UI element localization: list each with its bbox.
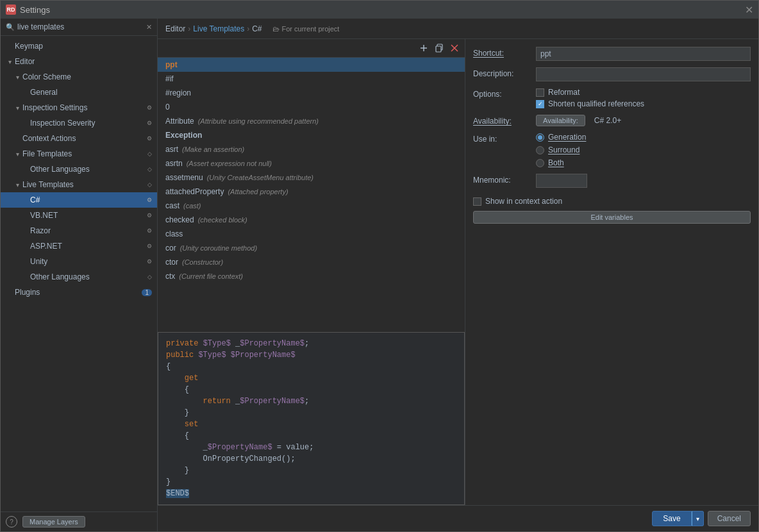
settings-icon: ⚙ [147, 243, 152, 249]
list-toolbar [158, 39, 465, 58]
sidebar-item-aspnet[interactable]: ASP.NET ⚙ [1, 238, 157, 254]
search-input[interactable] [17, 22, 144, 31]
shortcut-input[interactable] [536, 47, 751, 61]
breadcrumb-project[interactable]: 🗁 For current project [272, 25, 340, 33]
add-template-button[interactable] [416, 40, 431, 56]
availability-button[interactable]: Availability: [536, 115, 585, 126]
radio-generation-label: Generation [548, 133, 586, 142]
template-desc: (Make an assertion) [182, 145, 244, 153]
sidebar-item-file-templates[interactable]: ▾ File Templates ◇ [1, 146, 157, 162]
sidebar-item-other-languages-lt[interactable]: Other Languages ◇ [1, 269, 157, 285]
shortcut-row: Shortcut: [473, 47, 751, 61]
sidebar-item-csharp[interactable]: C# ⚙ [1, 192, 157, 208]
window-title: Settings [20, 5, 50, 15]
template-item-asrt[interactable]: asrt (Make an assertion) [158, 142, 465, 156]
template-item-ctor[interactable]: ctor (Constructor) [158, 255, 465, 269]
nav-tree: Keymap ▾ Editor ▾ Color Scheme General [1, 36, 157, 511]
template-name: asrt [165, 145, 178, 154]
arrow-icon [6, 42, 13, 50]
copy-template-button[interactable] [431, 40, 447, 56]
template-item-checked[interactable]: checked (checked block) [158, 213, 465, 227]
search-clear-icon[interactable]: ✕ [146, 23, 152, 31]
show-context-checkbox[interactable] [473, 197, 481, 206]
sidebar-item-keymap[interactable]: Keymap [1, 38, 157, 54]
template-desc: (Attribute using recommended pattern) [198, 117, 319, 125]
sidebar-label: General [30, 88, 58, 97]
template-item-attachedproperty[interactable]: attachedProperty (Attached property) [158, 185, 465, 199]
remove-template-button[interactable] [447, 40, 462, 56]
template-name: cor [165, 244, 176, 253]
settings-icon: ⚙ [147, 197, 152, 203]
manage-layers-button[interactable]: Manage Layers [22, 516, 85, 528]
arrow-icon: ▾ [6, 58, 13, 65]
sidebar-label: C# [30, 195, 40, 204]
radio-both[interactable] [536, 159, 544, 167]
template-desc: (checked block) [198, 216, 247, 224]
template-name: #region [165, 88, 191, 97]
sidebar-item-unity[interactable]: Unity ⚙ [1, 254, 157, 269]
project-icon: 🗁 [272, 25, 279, 33]
cancel-button[interactable]: Cancel [708, 511, 751, 526]
edit-variables-button[interactable]: Edit variables [473, 211, 751, 224]
template-item-asrtn[interactable]: asrtn (Assert expression not null) [158, 156, 465, 170]
sidebar: 🔍 ✕ Keymap ▾ Editor ▾ Co [1, 19, 158, 531]
template-name: #if [165, 74, 174, 83]
shorten-refs-row[interactable]: ✓ Shorten qualified references [536, 99, 644, 108]
radio-both-row[interactable]: Both [536, 158, 586, 167]
template-name: 0 [165, 103, 170, 112]
radio-generation[interactable] [536, 133, 544, 142]
template-item-ppt[interactable]: ppt [158, 58, 465, 72]
breadcrumb: Editor › Live Templates › C# 🗁 For curre… [158, 19, 758, 39]
sidebar-item-vbnet[interactable]: VB.NET ⚙ [1, 208, 157, 223]
arrow-icon [21, 242, 29, 250]
close-button[interactable]: ✕ [745, 4, 753, 16]
template-item-attribute[interactable]: Attribute (Attribute using recommended p… [158, 114, 465, 128]
settings-icon: ⚙ [147, 120, 152, 126]
template-item-assetmenu[interactable]: assetmenu (Unity CreateAssetMenu attribu… [158, 170, 465, 185]
template-item-region[interactable]: #region [158, 86, 465, 100]
title-bar-left: RD Settings [6, 4, 50, 15]
reformat-label: Reformat [548, 88, 580, 97]
template-item-ctx[interactable]: ctx (Current file context) [158, 269, 465, 283]
availability-value: C# 2.0+ [594, 116, 621, 125]
sidebar-label: ASP.NET [30, 242, 62, 251]
reformat-checkbox[interactable] [536, 88, 544, 97]
sidebar-item-general[interactable]: General [1, 85, 157, 100]
properties-panel: Shortcut: Description: Options: [465, 39, 758, 505]
template-name: attachedProperty [165, 187, 224, 196]
main-content: 🔍 ✕ Keymap ▾ Editor ▾ Co [1, 19, 758, 531]
radio-generation-row[interactable]: Generation [536, 133, 586, 142]
template-item-if[interactable]: #if [158, 72, 465, 86]
shorten-refs-checkbox[interactable]: ✓ [536, 100, 544, 108]
template-desc: (Unity coroutine method) [180, 244, 257, 252]
sidebar-item-context-actions[interactable]: Context Actions ⚙ [1, 131, 157, 146]
save-button[interactable]: Save [652, 511, 691, 526]
save-button-group: Save ▾ [652, 511, 703, 526]
template-item-0[interactable]: 0 [158, 100, 465, 114]
template-item-exception[interactable]: Exception [158, 128, 465, 142]
app-icon: RD [6, 4, 16, 15]
radio-surround-row[interactable]: Surround [536, 145, 586, 154]
use-in-label: Use in: [473, 133, 531, 144]
sidebar-item-editor[interactable]: ▾ Editor [1, 54, 157, 69]
save-dropdown-button[interactable]: ▾ [692, 511, 704, 526]
sidebar-item-inspection-severity[interactable]: Inspection Severity ⚙ [1, 115, 157, 131]
reformat-row[interactable]: Reformat [536, 88, 644, 97]
description-input[interactable] [536, 67, 751, 81]
show-context-row[interactable]: Show in context action [473, 197, 751, 206]
settings-icon: ◇ [147, 274, 152, 280]
sidebar-item-inspection-settings[interactable]: ▾ Inspection Settings ⚙ [1, 100, 157, 115]
mnemonic-input[interactable] [536, 174, 587, 188]
sidebar-item-plugins[interactable]: Plugins 1 [1, 285, 157, 300]
breadcrumb-live-templates[interactable]: Live Templates [193, 24, 244, 33]
sidebar-label: Other Languages [30, 165, 90, 174]
template-item-cast[interactable]: cast (cast) [158, 199, 465, 213]
template-item-class[interactable]: class [158, 227, 465, 241]
sidebar-item-color-scheme[interactable]: ▾ Color Scheme [1, 69, 157, 85]
sidebar-item-other-languages-ft[interactable]: Other Languages ◇ [1, 162, 157, 177]
help-button[interactable]: ? [6, 516, 17, 528]
sidebar-item-live-templates[interactable]: ▾ Live Templates ◇ [1, 177, 157, 192]
radio-surround[interactable] [536, 146, 544, 154]
sidebar-item-razor[interactable]: Razor ⚙ [1, 223, 157, 238]
template-item-cor[interactable]: cor (Unity coroutine method) [158, 241, 465, 255]
